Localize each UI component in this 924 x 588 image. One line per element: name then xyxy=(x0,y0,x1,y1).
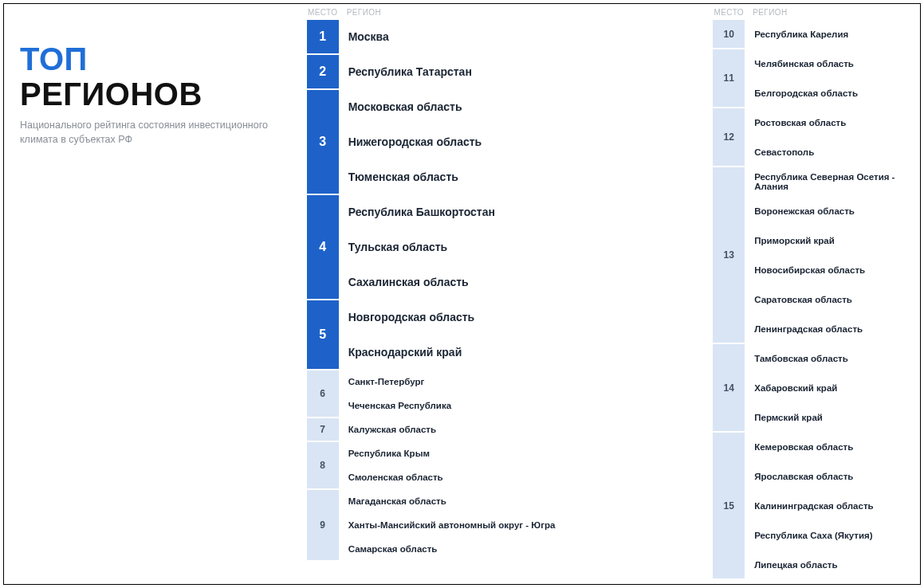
header-region: РЕГИОН xyxy=(745,8,787,17)
title-line-2: РЕГИОНОВ xyxy=(20,77,291,111)
ranking-column-2: МЕСТО РЕГИОН 10Республика Карелия11Челяб… xyxy=(713,4,920,584)
region-list: Республика Карелия xyxy=(746,20,920,48)
region-name: Севастополь xyxy=(746,138,920,166)
region-name: Республика Саха (Якутия) xyxy=(746,521,920,549)
rank-number: 5 xyxy=(307,300,339,369)
region-name: Калининградская область xyxy=(746,492,920,519)
region-name: Белгородская область xyxy=(746,79,920,107)
rank-group: 6Санкт-ПетербургЧеченская Республика xyxy=(307,370,714,417)
column-header: МЕСТО РЕГИОН xyxy=(713,8,920,20)
rank-group: 10Республика Карелия xyxy=(713,20,920,48)
region-name: Магаданская область xyxy=(340,490,714,512)
groups-container-2: 10Республика Карелия11Челябинская област… xyxy=(713,20,920,580)
rank-group: 1Москва xyxy=(307,20,714,53)
region-name: Ханты-Мансийский автономный округ - Югра xyxy=(340,514,714,536)
rank-group: 11Челябинская областьБелгородская област… xyxy=(713,49,920,107)
region-name: Республика Крым xyxy=(340,442,714,465)
rank-group: 3Московская областьНижегородская область… xyxy=(307,90,714,194)
region-name: Тюменская область xyxy=(340,160,714,194)
rank-group: 2Республика Татарстан xyxy=(307,55,714,88)
rank-number: 12 xyxy=(713,108,745,166)
region-name: Ленинградская область xyxy=(746,315,920,343)
region-name: Тамбовская область xyxy=(746,344,920,372)
region-list: Тамбовская областьХабаровский крайПермск… xyxy=(746,344,920,431)
region-name: Чеченская Республика xyxy=(340,394,714,417)
region-name: Ростовская область xyxy=(746,108,920,136)
region-list: Республика КрымСмоленская область xyxy=(340,442,714,488)
header-rank: МЕСТО xyxy=(713,8,745,17)
subtitle: Национального рейтинга состояния инвести… xyxy=(20,119,275,147)
rank-number: 7 xyxy=(307,418,339,441)
region-name: Саратовская область xyxy=(746,285,920,313)
region-name: Калужская область xyxy=(340,418,714,441)
header-region: РЕГИОН xyxy=(339,8,381,17)
title-line-1: ТОП xyxy=(20,42,291,76)
region-list: Москва xyxy=(340,20,714,53)
rank-group: 12Ростовская областьСевастополь xyxy=(713,108,920,166)
region-name: Республика Карелия xyxy=(746,20,920,48)
region-list: Ростовская областьСевастополь xyxy=(746,108,920,166)
region-list: Республика Татарстан xyxy=(340,55,714,88)
rank-group: 5Новгородская областьКраснодарский край xyxy=(307,300,714,369)
region-name: Республика Башкортостан xyxy=(340,195,714,229)
region-name: Санкт-Петербург xyxy=(340,370,714,393)
region-name: Московская область xyxy=(340,90,714,123)
region-name: Смоленская область xyxy=(340,466,714,488)
rank-group: 15Кемеровская областьЯрославская область… xyxy=(713,433,920,578)
region-list: Калужская область xyxy=(340,418,714,441)
region-name: Краснодарский край xyxy=(340,335,714,369)
region-name: Новосибирская область xyxy=(746,256,920,284)
region-name: Самарская область xyxy=(340,538,714,560)
rank-number: 1 xyxy=(307,20,339,53)
region-name: Хабаровский край xyxy=(746,374,920,402)
region-list: Магаданская областьХанты-Мансийский авто… xyxy=(340,490,714,560)
rank-group: 14Тамбовская областьХабаровский крайПерм… xyxy=(713,344,920,431)
region-list: Московская областьНижегородская областьТ… xyxy=(340,90,714,194)
region-name: Республика Татарстан xyxy=(340,55,714,88)
rating-frame: ТОП РЕГИОНОВ Национального рейтинга сост… xyxy=(3,3,921,585)
region-name: Липецкая область xyxy=(746,551,920,578)
rank-group: 4Республика БашкортостанТульская область… xyxy=(307,195,714,299)
rank-number: 14 xyxy=(713,344,745,431)
region-name: Пермский край xyxy=(746,403,920,431)
header-rank: МЕСТО xyxy=(307,8,339,17)
region-name: Воронежская область xyxy=(746,197,920,225)
rank-number: 10 xyxy=(713,20,745,48)
region-list: Республика БашкортостанТульская областьС… xyxy=(340,195,714,299)
region-name: Республика Северная Осетия - Алания xyxy=(746,167,920,195)
rank-number: 15 xyxy=(713,433,745,578)
ranking-column-1: МЕСТО РЕГИОН 1Москва2Республика Татарста… xyxy=(307,4,714,584)
rank-number: 4 xyxy=(307,195,339,299)
rank-group: 9Магаданская областьХанты-Мансийский авт… xyxy=(307,490,714,560)
rank-group: 7Калужская область xyxy=(307,418,714,441)
region-list: Челябинская областьБелгородская область xyxy=(746,49,920,107)
rank-number: 8 xyxy=(307,442,339,488)
title-block: ТОП РЕГИОНОВ Национального рейтинга сост… xyxy=(4,4,307,584)
region-name: Ярославская область xyxy=(746,462,920,490)
region-name: Москва xyxy=(340,20,714,53)
region-name: Сахалинская область xyxy=(340,265,714,299)
region-list: Кемеровская областьЯрославская областьКа… xyxy=(746,433,920,578)
region-list: Санкт-ПетербургЧеченская Республика xyxy=(340,370,714,417)
region-list: Новгородская областьКраснодарский край xyxy=(340,300,714,369)
rank-number: 11 xyxy=(713,49,745,107)
rank-number: 2 xyxy=(307,55,339,88)
groups-container-1: 1Москва2Республика Татарстан3Московская … xyxy=(307,20,714,562)
column-header: МЕСТО РЕГИОН xyxy=(307,8,714,20)
region-name: Кемеровская область xyxy=(746,433,920,461)
rank-number: 9 xyxy=(307,490,339,560)
region-name: Приморский край xyxy=(746,226,920,254)
region-list: Республика Северная Осетия - АланияВорон… xyxy=(746,167,920,343)
region-name: Тульская область xyxy=(340,230,714,264)
rank-number: 13 xyxy=(713,167,745,343)
rank-number: 3 xyxy=(307,90,339,194)
rank-group: 8Республика КрымСмоленская область xyxy=(307,442,714,488)
region-name: Нижегородская область xyxy=(340,125,714,159)
rank-group: 13Республика Северная Осетия - АланияВор… xyxy=(713,167,920,343)
rank-number: 6 xyxy=(307,370,339,417)
region-name: Новгородская область xyxy=(340,300,714,334)
region-name: Челябинская область xyxy=(746,49,920,77)
